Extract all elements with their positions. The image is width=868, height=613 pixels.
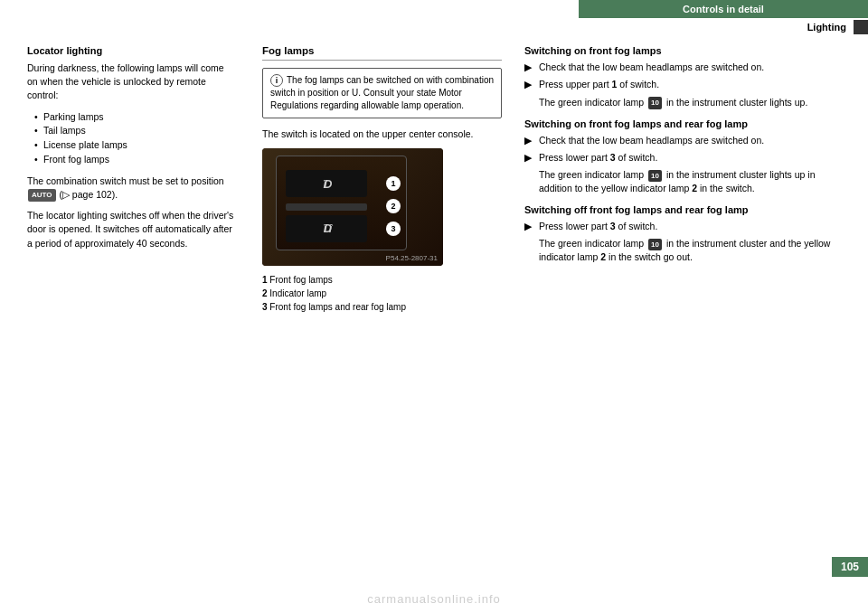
bullet-list: Parking lamps Tail lamps License plate l… <box>34 110 235 167</box>
switch-mid-bar <box>286 203 367 211</box>
caption-text-2: Indicator lamp <box>269 288 326 298</box>
switch-symbol-top: ïD <box>324 177 330 191</box>
page-number: 105 <box>832 557 868 577</box>
fog-lamps-title: Fog lamps <box>262 45 502 61</box>
locator-para3: The locator lighting switches off when t… <box>27 209 235 250</box>
switch-top: ïD <box>286 170 367 197</box>
caption-num-3: 3 <box>262 302 268 312</box>
section2-title: Switching on front fog lamps and rear fo… <box>524 118 841 129</box>
switch-bottom: ïDî <box>286 215 367 242</box>
switch-symbol-bottom: ïDî <box>324 222 329 235</box>
list-item: Parking lamps <box>34 110 235 125</box>
indicator-badge-1: 10 <box>648 97 662 108</box>
section1-title: Switching on front fog lamps <box>524 45 841 56</box>
left-column: Locator lighting During darkness, the fo… <box>0 27 253 559</box>
section3-text1: Press lower part 3 of switch. <box>539 220 657 233</box>
section2-subtext: The green indicator lamp 10 in the instr… <box>539 168 841 195</box>
info-icon: i <box>270 74 283 87</box>
info-box: i The fog lamps can be switched on with … <box>262 68 502 118</box>
section2-item2: ▶ Press lower part 3 of switch. <box>524 151 841 165</box>
indicator-badge-2: 10 <box>648 170 662 182</box>
section2-item1: ▶ Check that the low beam headlamps are … <box>524 134 841 147</box>
image-ref: P54.25-2807-31 <box>386 254 438 262</box>
section1-item1: ▶ Check that the low beam headlamps are … <box>524 61 841 74</box>
switch-location-text: The switch is located on the upper cente… <box>262 127 502 141</box>
list-item: Tail lamps <box>34 124 235 138</box>
arrow-icon-5: ▶ <box>524 220 535 233</box>
section1-subtext: The green indicator lamp 10 in the instr… <box>539 96 841 109</box>
locator-para2: The combination switch must be set to po… <box>27 174 235 202</box>
caption-item-1: 1 Front fog lamps <box>262 273 502 287</box>
section2-text1: Check that the low beam headlamps are sw… <box>539 134 764 147</box>
section3-title: Switching off front fog lamps and rear f… <box>524 204 841 215</box>
switch-panel: ïD 1 2 ïDî 3 <box>276 156 407 250</box>
locator-lighting-title: Locator lighting <box>27 45 235 56</box>
middle-column: Fog lamps i The fog lamps can be switche… <box>253 27 515 559</box>
indicator-badge-3: 10 <box>648 239 662 250</box>
caption-num-2: 2 <box>262 288 268 298</box>
arrow-icon-1: ▶ <box>524 61 535 74</box>
main-content: Locator lighting During darkness, the fo… <box>0 27 868 559</box>
section1-text1: Check that the low beam headlamps are sw… <box>539 61 764 74</box>
switch-image: ïD 1 2 ïDî 3 P54.25-2807-31 <box>262 148 443 266</box>
list-item: License plate lamps <box>34 138 235 153</box>
caption-item-2: 2 Indicator lamp <box>262 287 502 300</box>
watermark: carmanualsonline.info <box>367 592 500 606</box>
number-badge-1: 1 <box>386 176 401 191</box>
controls-detail-label: Controls in detail <box>579 0 868 18</box>
caption-text-3: Front fog lamps and rear fog lamp <box>269 302 406 312</box>
arrow-icon-2: ▶ <box>524 78 535 91</box>
section3-subtext: The green indicator lamp 10 in the instr… <box>539 237 841 264</box>
caption-text-1: Front fog lamps <box>269 275 332 285</box>
section1-text2: Press upper part 1 of switch. <box>539 78 659 91</box>
arrow-icon-3: ▶ <box>524 134 535 147</box>
number-badge-3: 3 <box>386 222 401 236</box>
locator-para1: During darkness, the following lamps wil… <box>27 61 235 103</box>
arrow-icon-4: ▶ <box>524 151 535 165</box>
caption-item-3: 3 Front fog lamps and rear fog lamp <box>262 300 502 314</box>
right-column: Switching on front fog lamps ▶ Check tha… <box>515 27 868 559</box>
caption-num-1: 1 <box>262 275 268 285</box>
section3-item1: ▶ Press lower part 3 of switch. <box>524 220 841 233</box>
auto-badge: AUTO <box>28 189 56 202</box>
section1-item2: ▶ Press upper part 1 of switch. <box>524 78 841 91</box>
caption-list: 1 Front fog lamps 2 Indicator lamp 3 Fro… <box>262 273 502 314</box>
section2-text2: Press lower part 3 of switch. <box>539 151 657 165</box>
number-badge-2: 2 <box>386 199 401 213</box>
info-text: The fog lamps can be switched on with co… <box>270 75 494 110</box>
list-item: Front fog lamps <box>34 153 235 167</box>
